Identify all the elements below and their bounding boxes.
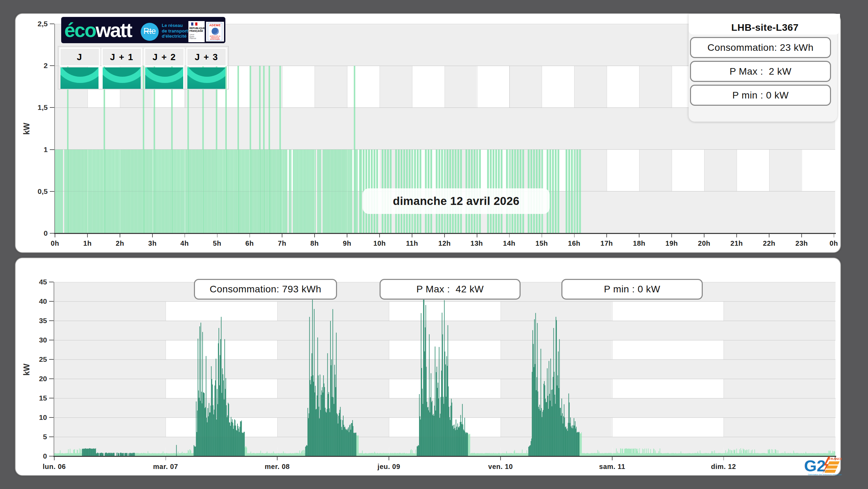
svg-text:FRANCE: FRANCE — [829, 457, 842, 461]
svg-text:Optimisation des ressources én: Optimisation des ressources énergétiques — [808, 473, 842, 476]
svg-text:G2: G2 — [804, 457, 826, 475]
